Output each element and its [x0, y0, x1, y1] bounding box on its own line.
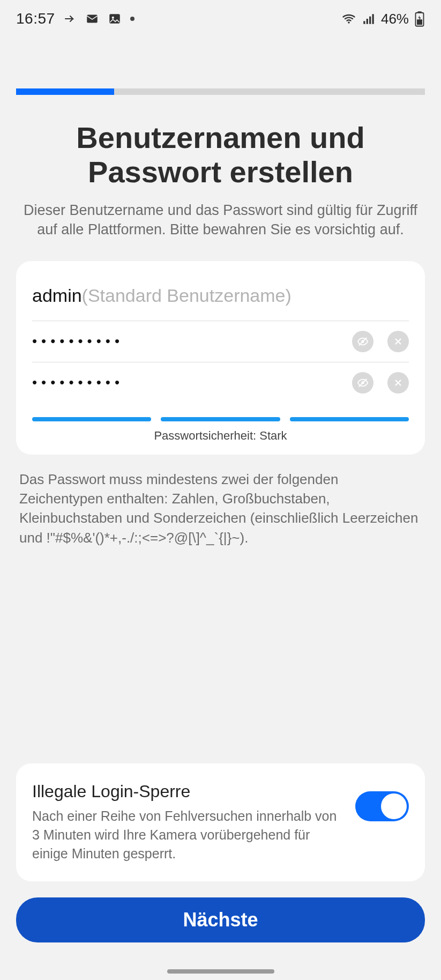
- password-strength-meter: [32, 417, 409, 421]
- svg-point-2: [111, 17, 114, 19]
- setup-progress-fill: [16, 88, 114, 95]
- toggle-visibility-confirm-icon[interactable]: [352, 372, 373, 394]
- password-field[interactable]: ••••••••••: [32, 321, 409, 362]
- password-confirm-mask: ••••••••••: [32, 374, 352, 391]
- password-strength-label: Passwortsicherheit: Stark: [32, 429, 409, 443]
- lockout-description: Nach einer Reihe von Fehlversuchen inner…: [32, 807, 345, 863]
- svg-rect-9: [417, 11, 422, 13]
- strength-segment-2: [161, 417, 280, 421]
- username-hint: (Standard Benutzername): [82, 285, 291, 306]
- next-button-label: Nächste: [183, 909, 258, 931]
- location-icon: [64, 12, 77, 25]
- password-mask: ••••••••••: [32, 333, 352, 350]
- toggle-visibility-icon[interactable]: [352, 331, 373, 352]
- svg-rect-4: [363, 21, 365, 24]
- lockout-title: Illegale Login-Sperre: [32, 782, 345, 801]
- signal-icon: [362, 12, 376, 26]
- svg-rect-5: [367, 19, 368, 24]
- more-dot-icon: [130, 17, 134, 21]
- nav-gesture-handle[interactable]: [167, 969, 274, 974]
- password-rules-text: Das Passwort muss mindestens zwei der fo…: [19, 470, 422, 548]
- svg-rect-7: [372, 14, 373, 24]
- strength-segment-3: [290, 417, 409, 421]
- battery-icon: [414, 11, 425, 27]
- mail-icon: [85, 12, 99, 26]
- image-icon: [108, 12, 122, 26]
- password-confirm-field[interactable]: ••••••••••: [32, 362, 409, 403]
- password-confirm-field-icons: [352, 372, 409, 394]
- illegal-login-lockout-card: Illegale Login-Sperre Nach einer Reihe v…: [16, 763, 425, 881]
- page-subtitle: Dieser Benutzername und das Passwort sin…: [0, 201, 441, 240]
- page-title: Benutzernamen und Passwort erstellen: [0, 121, 441, 190]
- status-time: 16:57: [16, 10, 55, 27]
- status-bar: 16:57 46%: [0, 0, 441, 38]
- lockout-toggle[interactable]: [355, 791, 409, 821]
- battery-percent: 46%: [381, 11, 409, 27]
- next-button[interactable]: Nächste: [16, 897, 425, 942]
- credentials-card: admin (Standard Benutzername) ••••••••••…: [16, 261, 425, 455]
- status-left: 16:57: [16, 10, 134, 27]
- username-value: admin: [32, 285, 82, 306]
- setup-progress-bar: [16, 88, 425, 95]
- wifi-icon: [341, 11, 356, 26]
- clear-password-confirm-icon[interactable]: [387, 372, 409, 394]
- password-field-icons: [352, 331, 409, 352]
- svg-point-3: [348, 21, 350, 24]
- svg-rect-0: [87, 14, 98, 23]
- username-field[interactable]: admin (Standard Benutzername): [32, 280, 409, 321]
- svg-rect-1: [109, 14, 120, 23]
- status-right: 46%: [341, 11, 425, 27]
- strength-segment-1: [32, 417, 151, 421]
- clear-password-icon[interactable]: [387, 331, 409, 352]
- svg-rect-6: [369, 17, 371, 24]
- toggle-knob: [381, 793, 407, 819]
- lockout-text-block: Illegale Login-Sperre Nach einer Reihe v…: [32, 782, 345, 863]
- svg-rect-10: [417, 19, 422, 25]
